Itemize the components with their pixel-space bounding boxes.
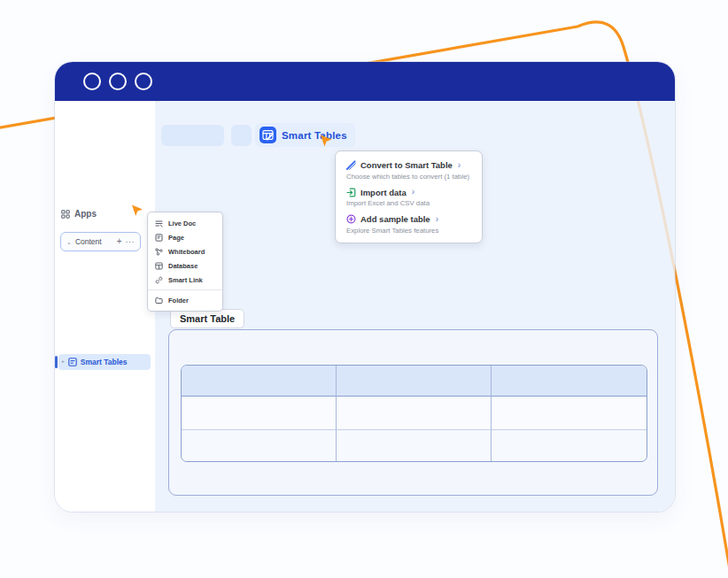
sidebar-section-apps: Apps — [61, 209, 97, 219]
folder-icon — [155, 297, 163, 304]
menu-item-label: Live Doc — [168, 220, 196, 227]
convert-icon — [346, 160, 356, 170]
database-icon — [155, 262, 163, 270]
chevron-down-icon: ⌄ — [66, 239, 72, 245]
popup-item-subtitle: Import Excel and CSV data — [346, 199, 471, 207]
selection-indicator-bar — [55, 356, 58, 368]
sidebar-item-label: Smart Tables — [81, 358, 128, 366]
popup-item-subtitle: Explore Smart Tables features — [346, 227, 471, 235]
add-sample-icon — [346, 214, 356, 224]
chevron-right-icon: › — [412, 188, 414, 197]
menu-item-folder[interactable]: Folder — [148, 293, 222, 307]
sidebar: Apps ⌄ Content + ··· ▸ Smart Tables — [55, 101, 155, 512]
add-content-button[interactable]: + — [117, 237, 122, 246]
content-dropdown[interactable]: ⌄ Content + ··· — [60, 232, 141, 251]
chevron-right-icon: › — [436, 215, 438, 224]
menu-item-database[interactable]: Database — [148, 258, 222, 273]
window-control-icon[interactable] — [83, 73, 101, 90]
content-menu: Live Doc Page Whiteboard Database Smart … — [147, 212, 223, 312]
menu-item-smart-link[interactable]: Smart Link — [148, 273, 222, 287]
cursor-pointer-icon — [131, 204, 143, 217]
sidebar-item-smart-tables[interactable]: ▸ Smart Tables — [58, 354, 151, 370]
expand-arrow-icon[interactable]: ▸ — [62, 359, 65, 365]
window-titlebar — [55, 62, 675, 101]
import-icon — [346, 188, 356, 197]
chevron-right-icon: › — [458, 161, 461, 170]
popup-item-import[interactable]: Import data › Import Excel and CSV data — [346, 188, 471, 208]
popup-item-title: Add sample table — [360, 214, 430, 224]
popup-item-subtitle: Choose which tables to convert (1 table) — [346, 173, 471, 181]
menu-item-label: Page — [168, 234, 184, 242]
menu-item-label: Smart Link — [168, 276, 203, 284]
menu-item-live-doc[interactable]: Live Doc — [148, 216, 222, 230]
page-icon — [155, 234, 163, 242]
popup-item-add-sample[interactable]: Add sample table › Explore Smart Tables … — [346, 214, 471, 235]
window-control-icon[interactable] — [135, 73, 152, 90]
content-label: Content — [75, 237, 113, 246]
smart-tables-doc-icon — [68, 358, 77, 366]
menu-item-label: Database — [168, 262, 197, 270]
menu-item-label: Whiteboard — [168, 248, 205, 256]
smart-tables-popup: Convert to Smart Table › Choose which ta… — [335, 150, 483, 243]
content-more-button[interactable]: ··· — [126, 238, 136, 246]
whiteboard-icon — [155, 248, 163, 256]
smart-link-icon — [155, 276, 163, 284]
popup-item-title: Import data — [360, 188, 407, 197]
cursor-pointer-icon — [320, 135, 333, 148]
menu-item-label: Folder — [168, 297, 189, 304]
apps-grid-icon — [61, 210, 70, 219]
live-doc-icon — [155, 220, 163, 227]
apps-label: Apps — [74, 209, 97, 219]
popup-item-title: Convert to Smart Table — [360, 160, 453, 170]
menu-item-whiteboard[interactable]: Whiteboard — [148, 244, 222, 258]
popup-item-convert[interactable]: Convert to Smart Table › Choose which ta… — [346, 160, 471, 181]
menu-divider — [148, 289, 222, 290]
menu-item-page[interactable]: Page — [148, 230, 222, 244]
window-control-icon[interactable] — [109, 73, 127, 90]
